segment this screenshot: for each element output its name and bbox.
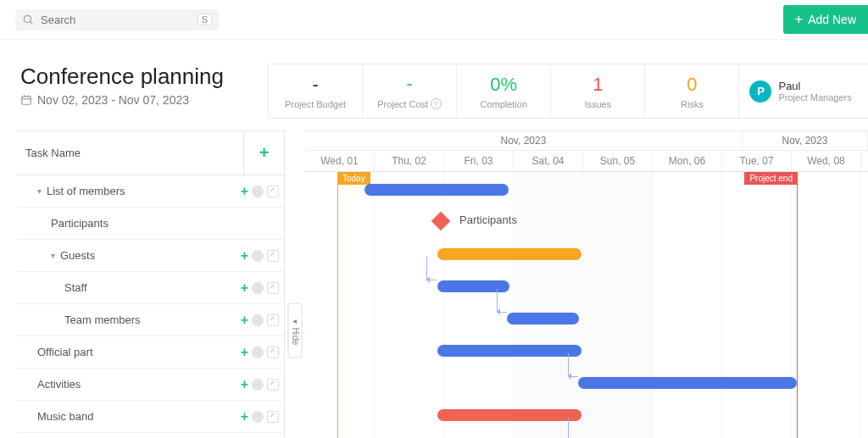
task-name-label: Team members [64, 313, 141, 326]
today-marker: Today [337, 172, 338, 438]
svg-rect-2 [22, 97, 31, 104]
grid-column [375, 172, 444, 438]
avatar: P [749, 80, 771, 103]
plus-icon: + [795, 12, 803, 27]
grid-column [653, 172, 722, 438]
task-row[interactable]: Team members+ [17, 304, 284, 336]
task-row[interactable]: Official dinner+ [17, 433, 284, 438]
search-box[interactable]: S [15, 9, 219, 30]
task-name-header: Task Name [17, 135, 243, 171]
add-subtask-button[interactable]: + [241, 184, 248, 199]
dependency-line [568, 353, 578, 377]
grid-column [514, 172, 583, 438]
day-header: Fri, 03 [444, 151, 514, 171]
stat-budget[interactable]: - Project Budget [269, 64, 363, 118]
add-task-button[interactable]: + [259, 143, 270, 163]
gantt-bar[interactable] [437, 345, 581, 357]
month-label: Nov, 2023 [305, 131, 743, 150]
status-icon[interactable] [252, 379, 264, 391]
search-input[interactable] [39, 13, 198, 27]
stat-cost[interactable]: - Project Cost? [363, 64, 457, 118]
task-row[interactable]: Staff+ [17, 272, 284, 304]
chevron-down-icon[interactable]: ▾ [37, 186, 42, 196]
task-row[interactable]: Activities+ [17, 369, 284, 401]
task-row[interactable]: Official part+ [17, 336, 284, 369]
grid-column [305, 172, 375, 438]
gantt-bar[interactable] [507, 313, 579, 324]
status-icon[interactable] [252, 250, 264, 262]
task-name-label: Activities [37, 378, 81, 391]
day-header: Mon, 06 [653, 151, 722, 171]
info-icon[interactable]: ? [431, 98, 442, 109]
day-header: Sat, 04 [514, 151, 583, 171]
task-row[interactable]: Participants [17, 208, 284, 240]
task-name-label: Official part [37, 346, 93, 358]
task-row[interactable]: ▾List of members+ [17, 175, 284, 208]
task-name-label: Participants [51, 217, 108, 230]
day-header: T [861, 151, 868, 171]
edit-icon[interactable] [267, 314, 279, 326]
edit-icon[interactable] [267, 411, 279, 423]
edit-icon[interactable] [267, 250, 279, 262]
task-name-label: Guests [60, 249, 95, 262]
status-icon[interactable] [252, 411, 264, 423]
add-subtask-button[interactable]: + [241, 409, 248, 424]
task-name-label: Staff [64, 281, 87, 294]
milestone-label: Participants [459, 213, 517, 226]
search-icon [22, 14, 34, 25]
grid-column [861, 172, 868, 438]
gantt-bar[interactable] [437, 248, 581, 260]
svg-point-0 [24, 15, 31, 22]
day-header: Sun, 05 [583, 151, 653, 171]
add-subtask-button[interactable]: + [241, 280, 248, 296]
dependency-line [426, 257, 437, 280]
edit-icon[interactable] [267, 186, 279, 197]
task-name-label: List of members [47, 185, 125, 197]
task-name-label: Music band [37, 410, 93, 423]
day-header: Thu, 02 [375, 151, 444, 171]
status-icon[interactable] [252, 314, 264, 326]
hide-panel-button[interactable]: ◂ Hide [288, 303, 303, 358]
stat-completion[interactable]: 0% Completion [457, 64, 551, 118]
stat-managers[interactable]: P Paul Project Managers [739, 64, 868, 118]
project-end-marker: Project end [797, 172, 798, 438]
dependency-line [497, 289, 507, 313]
task-row[interactable]: ▾Guests+ [17, 240, 284, 272]
grid-column [792, 172, 861, 438]
grid-column [583, 172, 653, 438]
add-new-label: Add New [808, 13, 856, 26]
gantt-chart[interactable]: Nov, 2023 Nov, 2023 Wed, 01Thu, 02Fri, 0… [305, 130, 868, 438]
status-icon[interactable] [252, 347, 264, 358]
status-icon[interactable] [252, 282, 264, 294]
chevron-down-icon[interactable]: ▾ [51, 251, 55, 260]
add-subtask-button[interactable]: + [241, 345, 248, 360]
day-header: Wed, 08 [792, 151, 861, 171]
stat-issues[interactable]: 1 Issues [551, 64, 645, 118]
manager-name: Paul [778, 80, 851, 92]
chevron-left-icon: ◂ [291, 316, 300, 325]
add-subtask-button[interactable]: + [241, 313, 248, 328]
grid-column [722, 172, 792, 438]
gantt-bar[interactable] [578, 377, 797, 389]
add-new-button[interactable]: + Add New [783, 5, 868, 34]
stat-risks[interactable]: 0 Risks [645, 64, 739, 118]
gantt-bar[interactable] [437, 409, 581, 421]
svg-line-1 [31, 22, 33, 25]
calendar-icon [20, 94, 32, 106]
status-icon[interactable] [252, 186, 264, 197]
gantt-bar[interactable] [364, 184, 509, 196]
day-header: Wed, 01 [305, 151, 375, 171]
day-header: Tue, 07 [722, 151, 792, 171]
project-date-range: Nov 02, 2023 - Nov 07, 2023 [20, 93, 248, 107]
add-subtask-button[interactable]: + [241, 377, 248, 392]
manager-role: Project Managers [778, 92, 851, 103]
search-hotkey: S [198, 14, 212, 25]
month-label: Nov, 2023 [743, 131, 868, 150]
dependency-line [568, 418, 578, 438]
edit-icon[interactable] [267, 379, 279, 391]
edit-icon[interactable] [267, 347, 279, 358]
edit-icon[interactable] [267, 282, 279, 294]
project-title: Conference planning [20, 64, 248, 90]
add-subtask-button[interactable]: + [241, 248, 248, 263]
task-row[interactable]: Music band+ [17, 401, 284, 433]
